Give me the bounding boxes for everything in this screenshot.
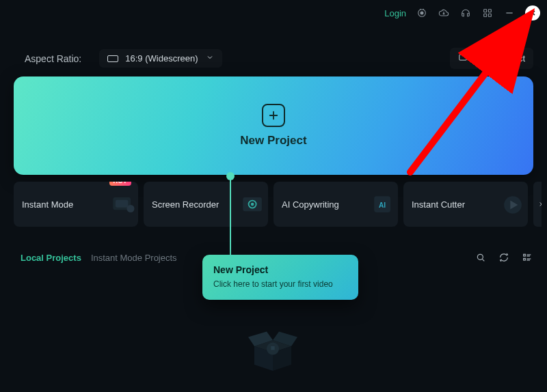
refresh-icon[interactable] (498, 251, 510, 264)
new-project-title: New Project (240, 134, 306, 148)
svg-rect-4 (484, 14, 487, 16)
feature-next-button[interactable] (533, 182, 542, 227)
svg-rect-35 (271, 346, 274, 350)
list-view-icon[interactable] (521, 251, 533, 264)
minimize-icon[interactable] (503, 7, 516, 19)
chevron-down-icon (206, 53, 214, 64)
tooltip-stem (230, 175, 231, 255)
svg-point-1 (421, 12, 423, 14)
svg-line-22 (482, 259, 484, 261)
svg-rect-26 (524, 258, 526, 260)
svg-point-21 (477, 254, 483, 260)
open-project-label: Open Project (473, 53, 525, 64)
open-project-button[interactable]: Open Project (450, 48, 533, 69)
svg-point-13 (127, 205, 135, 212)
instant-mode-icon (104, 186, 138, 224)
tab-instant-mode-projects[interactable]: Instant Mode Projects (91, 253, 177, 263)
aspect-ratio-label: Aspect Ratio: (25, 53, 81, 64)
cloud-icon[interactable] (438, 7, 450, 19)
ai-copywriting-icon: AI (364, 186, 398, 224)
record-icon[interactable] (416, 7, 428, 19)
aspect-ratio-select[interactable]: 16:9 (Widescreen) (99, 49, 222, 68)
feature-label: Screen Recorder (152, 199, 219, 210)
folder-icon (458, 53, 468, 64)
tooltip-title: New Project (213, 264, 347, 275)
svg-text:AI: AI (379, 201, 386, 209)
svg-point-16 (251, 203, 254, 206)
empty-projects-illustration (242, 316, 304, 377)
svg-rect-2 (484, 10, 487, 12)
feature-card-screen-recorder[interactable]: Screen Recorder (144, 182, 268, 227)
feature-card-ai-copywriting[interactable]: AI Copywriting AI (274, 182, 398, 227)
feature-card-instant-cutter[interactable]: Instant Cutter (403, 182, 528, 227)
new-project-button[interactable]: New Project (14, 76, 533, 175)
search-icon[interactable] (475, 251, 487, 264)
onboarding-tooltip: New Project Click here to start your fir… (202, 255, 358, 300)
feature-label: AI Copywriting (282, 199, 339, 210)
screen-icon (107, 55, 118, 62)
feature-label: Instant Mode (22, 199, 73, 210)
apps-icon[interactable] (481, 7, 494, 19)
aspect-ratio-value: 16:9 (Widescreen) (125, 53, 198, 64)
svg-rect-5 (488, 14, 491, 16)
feature-label: Instant Cutter (412, 199, 465, 210)
feature-cards-row: HOT Instant Mode Screen Recorder AI Copy… (14, 182, 542, 227)
headset-icon[interactable] (459, 7, 472, 19)
tab-local-projects[interactable]: Local Projects (21, 253, 81, 263)
tooltip-body: Click here to start your first video (213, 279, 347, 289)
svg-rect-12 (116, 200, 128, 208)
close-button[interactable] (525, 5, 540, 20)
instant-cutter-icon (494, 186, 528, 224)
feature-card-instant-mode[interactable]: HOT Instant Mode (14, 182, 138, 227)
svg-rect-23 (524, 254, 526, 256)
login-link[interactable]: Login (384, 8, 406, 18)
plus-icon (262, 104, 285, 127)
svg-rect-3 (488, 10, 491, 12)
screen-recorder-icon (234, 186, 268, 224)
